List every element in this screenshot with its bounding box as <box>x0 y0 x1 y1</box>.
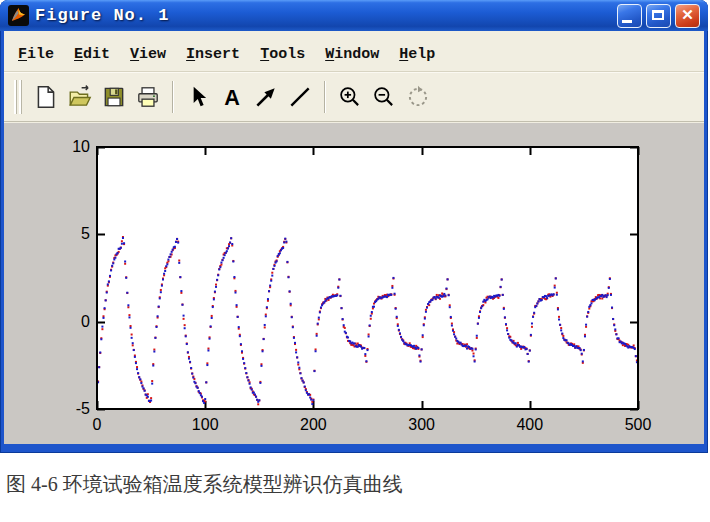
menu-item-help[interactable]: Help <box>397 45 437 64</box>
add-line-icon <box>287 84 313 110</box>
x-tick-label: 0 <box>69 416 125 434</box>
plot-area <box>96 146 640 411</box>
figure-canvas: 0100200300400500-50510 <box>4 123 704 444</box>
new-file-button[interactable] <box>31 82 61 112</box>
add-arrow-button[interactable] <box>251 82 281 112</box>
open-file-icon <box>67 84 93 110</box>
zoom-out-button[interactable] <box>369 82 399 112</box>
minimize-icon <box>622 20 632 23</box>
x-tick-label: 500 <box>610 416 666 434</box>
zoom-in-button[interactable] <box>335 82 365 112</box>
minimize-button[interactable] <box>617 4 642 28</box>
toolbar-separator <box>324 81 326 113</box>
pointer-icon <box>185 84 211 110</box>
new-file-icon <box>33 84 59 110</box>
figure-window: Figure No. 1 ✕ FileEditViewInsertToolsWi… <box>0 0 708 453</box>
print-icon <box>135 84 161 110</box>
menu-item-window[interactable]: Window <box>323 45 381 64</box>
window-controls: ✕ <box>617 4 700 28</box>
toolbar-separator <box>172 81 174 113</box>
pointer-button[interactable] <box>183 82 213 112</box>
toolbar-handle[interactable] <box>14 80 22 114</box>
window-title: Figure No. 1 <box>35 6 617 25</box>
close-button[interactable]: ✕ <box>675 4 700 28</box>
x-tick-label: 200 <box>285 416 341 434</box>
svg-text:A: A <box>224 85 240 110</box>
y-tick-label: 0 <box>46 313 90 331</box>
add-arrow-icon <box>253 84 279 110</box>
x-tick-label: 100 <box>177 416 233 434</box>
close-icon: ✕ <box>676 6 699 24</box>
print-button[interactable] <box>133 82 163 112</box>
y-tick-label: 5 <box>46 225 90 243</box>
open-file-button[interactable] <box>65 82 95 112</box>
x-tick-label: 300 <box>394 416 450 434</box>
window-content: FileEditViewInsertToolsWindowHelp A 0100… <box>4 31 704 444</box>
maximize-icon <box>652 10 664 20</box>
figure-caption: 图 4-6 环境试验箱温度系统模型辨识仿真曲线 <box>6 471 706 498</box>
menu-bar: FileEditViewInsertToolsWindowHelp <box>4 31 704 72</box>
add-line-button[interactable] <box>285 82 315 112</box>
save-button[interactable] <box>99 82 129 112</box>
menu-item-edit[interactable]: Edit <box>72 45 112 64</box>
titlebar[interactable]: Figure No. 1 ✕ <box>0 0 708 31</box>
menu-item-file[interactable]: File <box>16 45 56 64</box>
y-tick-label: 10 <box>46 138 90 156</box>
rotate-3d-button[interactable] <box>403 82 433 112</box>
toolbar: A <box>4 72 704 122</box>
maximize-button[interactable] <box>646 4 671 28</box>
zoom-out-icon <box>371 84 397 110</box>
zoom-in-icon <box>337 84 363 110</box>
save-icon <box>101 84 127 110</box>
text-button[interactable]: A <box>217 82 247 112</box>
text-icon: A <box>219 84 245 110</box>
menu-item-insert[interactable]: Insert <box>184 45 242 64</box>
menu-item-view[interactable]: View <box>128 45 168 64</box>
y-tick-label: -5 <box>46 400 90 418</box>
x-tick-label: 400 <box>502 416 558 434</box>
menu-item-tools[interactable]: Tools <box>258 45 307 64</box>
rotate-3d-icon <box>405 84 431 110</box>
matlab-icon[interactable] <box>8 5 29 26</box>
